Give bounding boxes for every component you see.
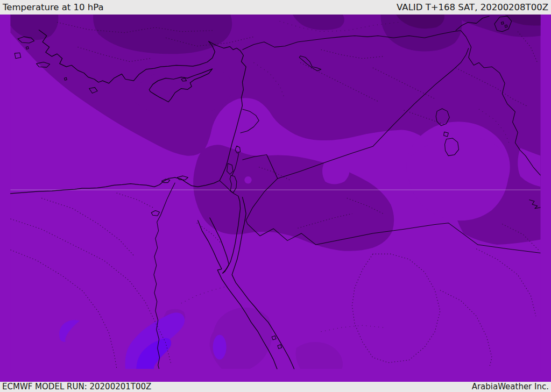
map-canvas[interactable] [0,15,551,382]
footer-bar: ECMWF MODEL RUN: 20200201T00Z ArabiaWeat… [0,382,551,392]
model-run-label: ECMWF MODEL RUN: 20200201T00Z [2,382,151,392]
temperature-map-svg [0,15,551,382]
header-bar: Temperature at 10 hPa VALID T+168 SAT, 2… [0,0,551,15]
valid-time-label: VALID T+168 SAT, 20200208T00Z [397,2,548,12]
map-title: Temperature at 10 hPa [3,2,104,12]
weather-map-app: Temperature at 10 hPa VALID T+168 SAT, 2… [0,0,551,392]
credit-label: ArabiaWeather Inc. [472,382,549,392]
